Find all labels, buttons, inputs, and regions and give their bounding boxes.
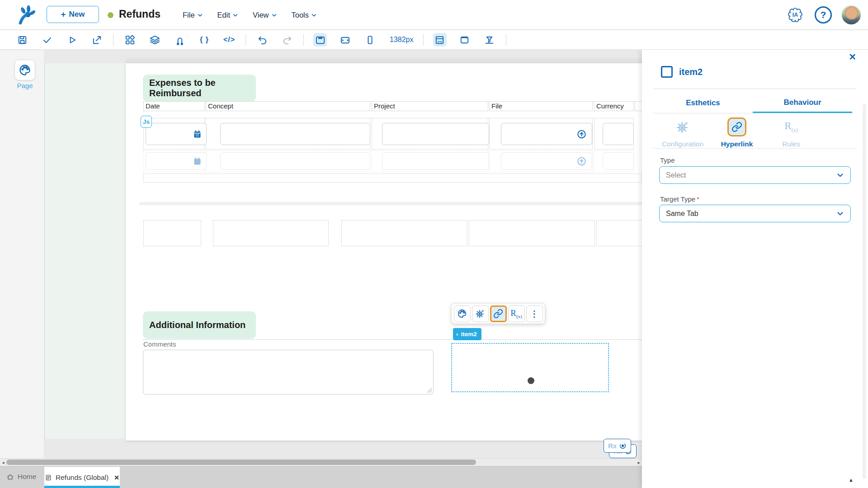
menu-bar: File Edit View Tools — [183, 0, 317, 30]
section-title-additional-info[interactable]: Additional Information — [143, 311, 256, 339]
target-type-field-label: Target Type* — [660, 195, 699, 203]
new-button[interactable]: + New — [47, 6, 99, 23]
subtab-configuration[interactable]: Configuration — [656, 116, 710, 148]
column-header-concept[interactable]: Concept — [206, 101, 370, 111]
help-icon[interactable]: ? — [815, 6, 832, 23]
empty-placeholder-box[interactable] — [469, 220, 595, 246]
panel-corner-toggle[interactable]: ▲ — [849, 477, 854, 483]
chevron-down-icon — [271, 12, 277, 18]
column-header-project[interactable]: Project — [372, 101, 488, 111]
layout-sections-icon[interactable] — [433, 33, 447, 47]
empty-placeholder-box[interactable] — [341, 220, 467, 246]
hyperlink-icon — [727, 117, 746, 136]
scroll-right-arrow[interactable]: ▸ — [636, 459, 642, 466]
panel-divider — [653, 89, 857, 89]
close-tab-icon[interactable]: ✕ — [114, 474, 119, 481]
ia-assistant-icon[interactable]: IA — [786, 5, 805, 24]
tablet-viewport-icon[interactable] — [338, 33, 352, 47]
flow-connector-icon[interactable] — [173, 33, 186, 47]
chevron-down-icon — [197, 12, 203, 18]
date-input[interactable] — [146, 123, 207, 145]
panel-tabs: Esthetics Behaviour — [653, 93, 853, 113]
type-select[interactable]: Select — [659, 166, 851, 184]
export-icon[interactable] — [90, 33, 104, 47]
chevron-down-icon — [836, 210, 844, 217]
section-title-expenses[interactable]: Expenses to be Reimbursed — [143, 75, 256, 102]
page-title: Refunds — [119, 8, 160, 20]
ia-badge-text: IA — [793, 12, 798, 18]
phone-viewport-icon[interactable] — [363, 33, 377, 47]
page-rail-label[interactable]: Page — [0, 82, 50, 89]
bottom-tab-bar: Home Refunds (Global) ✕ — [0, 466, 642, 488]
panel-scrollbar[interactable] — [863, 104, 866, 479]
document-status-dot — [108, 12, 113, 18]
file-input[interactable] — [501, 123, 592, 145]
rules-rx-icon[interactable]: R(x) — [508, 305, 525, 322]
rx-visibility-badge[interactable]: Rx — [604, 439, 631, 453]
scroll-left-arrow[interactable]: ◂ — [0, 459, 6, 466]
column-header-file[interactable]: File — [489, 101, 593, 111]
selected-item2-widget[interactable] — [451, 343, 609, 392]
column-header-date[interactable]: Date — [143, 101, 205, 111]
validate-check-icon[interactable] — [40, 33, 54, 47]
item2-checkbox[interactable] — [661, 66, 673, 78]
comments-textarea[interactable] — [143, 350, 434, 394]
tab-behaviour[interactable]: Behaviour — [753, 93, 852, 113]
empty-placeholder-box[interactable] — [596, 220, 642, 246]
project-input[interactable] — [382, 123, 489, 145]
save-icon[interactable] — [15, 33, 29, 47]
panel-title: item2 — [679, 67, 703, 77]
menu-tools[interactable]: Tools — [292, 11, 317, 19]
panel-close-icon[interactable]: ✕ — [849, 52, 856, 62]
window-header-icon[interactable] — [458, 33, 472, 47]
currency-input[interactable] — [603, 123, 634, 145]
upload-icon[interactable] — [576, 129, 587, 139]
menu-file[interactable]: File — [183, 11, 203, 19]
desktop-viewport-icon[interactable] — [313, 33, 327, 47]
subtab-rules[interactable]: R(x) Rules — [764, 116, 818, 148]
configuration-gear-icon[interactable] — [472, 305, 489, 322]
column-header-currency[interactable]: Currency — [594, 101, 634, 111]
menu-view[interactable]: View — [253, 11, 277, 19]
tab-esthetics[interactable]: Esthetics — [653, 93, 753, 113]
palette-icon — [19, 64, 31, 76]
target-type-select[interactable]: Same Tab — [659, 205, 851, 222]
panel-divider — [653, 148, 857, 149]
tab-home[interactable]: Home — [6, 467, 36, 487]
page-palette-button[interactable] — [14, 60, 35, 80]
viewport-width-value[interactable]: 1382px — [390, 36, 414, 44]
empty-grid-row — [143, 174, 642, 183]
user-avatar[interactable] — [842, 5, 861, 24]
active-tab-underline — [44, 486, 120, 488]
layers-icon[interactable] — [148, 33, 161, 47]
scrollbar-thumb[interactable] — [6, 460, 476, 465]
hyperlink-icon[interactable] — [490, 305, 507, 322]
concept-input[interactable] — [220, 123, 370, 145]
undo-icon[interactable] — [255, 33, 269, 47]
components-grid-icon[interactable] — [123, 33, 137, 47]
align-funnel-icon[interactable] — [483, 33, 496, 47]
play-preview-icon[interactable] — [65, 33, 79, 47]
horizontal-scrollbar[interactable]: ◂ ▸ — [0, 458, 642, 466]
resize-grip-icon[interactable] — [427, 388, 432, 393]
calendar-icon[interactable] — [193, 129, 202, 139]
braces-icon[interactable]: { } — [198, 33, 211, 47]
esthetics-palette-icon[interactable] — [454, 305, 471, 322]
empty-placeholder-box[interactable] — [213, 220, 329, 246]
app-logo-frog-icon[interactable] — [17, 5, 37, 25]
design-workspace: Page Expenses to be Reimbursed Date Conc… — [0, 50, 642, 488]
chevron-down-icon — [232, 12, 238, 18]
more-options-kebab-icon[interactable]: ⋮ — [526, 305, 543, 322]
comments-label[interactable]: Comments — [143, 340, 176, 348]
subtab-hyperlink[interactable]: Hyperlink — [710, 116, 764, 148]
form-canvas[interactable]: Expenses to be Reimbursed Date Concept P… — [126, 63, 642, 441]
code-icon[interactable]: </> — [222, 33, 236, 47]
collapsed-side-section[interactable] — [44, 63, 126, 439]
menu-edit[interactable]: Edit — [217, 11, 238, 19]
js-script-badge[interactable]: Js — [141, 116, 152, 128]
selection-name-badge[interactable]: ‹ item2 — [453, 328, 481, 340]
tab-refunds-global[interactable]: Refunds (Global) ✕ — [44, 467, 120, 488]
empty-placeholder-box[interactable] — [143, 220, 201, 246]
editor-toolbar: { } </> 1382px — [0, 30, 868, 50]
redo-icon[interactable] — [280, 33, 294, 47]
